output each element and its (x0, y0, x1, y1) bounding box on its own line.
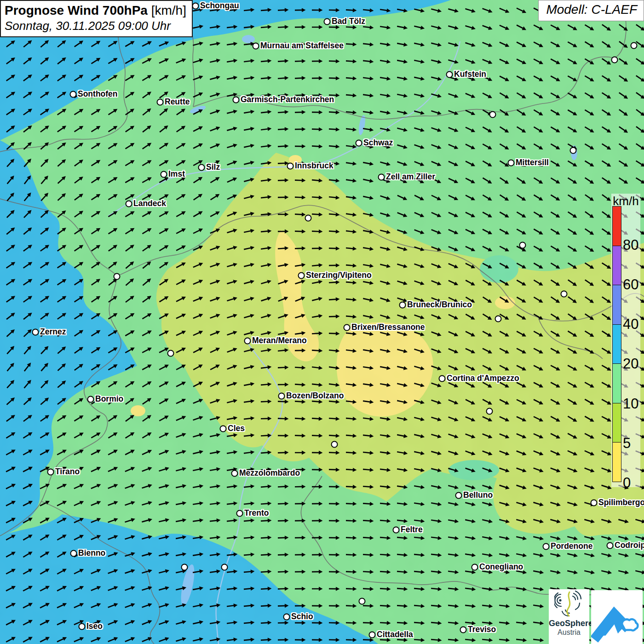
city-marker (70, 91, 77, 98)
city-marker (378, 174, 385, 181)
legend-value-80: 80 (623, 237, 638, 253)
wind-speed-legend: km/h 806040201050 (611, 194, 640, 487)
city-label: Trento (244, 508, 269, 518)
legend-color-bar (612, 206, 621, 482)
legend-value-60: 60 (623, 276, 638, 293)
city-marker (486, 408, 493, 415)
title-unit: [km/h] (148, 3, 186, 17)
city-marker (472, 564, 478, 571)
city-marker (181, 564, 188, 571)
city-marker (446, 71, 453, 78)
city-marker (591, 500, 598, 506)
city-marker (161, 171, 167, 178)
city-marker (489, 111, 496, 118)
city-marker (324, 18, 331, 25)
legend-value-10: 10 (623, 396, 638, 412)
city-label: Bozen/Bolzano (286, 391, 344, 401)
city-label: Reutte (165, 97, 190, 107)
city-marker (221, 564, 228, 571)
city-label: Bad Tölz (332, 17, 365, 26)
city-label: Murnau am Staffelsee (260, 41, 344, 51)
city-label: Spilimbergo (598, 498, 644, 507)
city-label: Zernez (40, 327, 66, 337)
forecast-datetime: Sonntag, 30.11.2025 09:00 Uhr (5, 19, 186, 33)
city-label: Treviso (468, 625, 496, 634)
legend-segment-10 (613, 363, 621, 403)
geosphere-name: GeoSphere (549, 619, 589, 628)
city-marker (87, 396, 94, 403)
city-label: Sterzing/Vipiteno (306, 270, 372, 280)
city-label: Brixen/Bressanone (351, 322, 425, 332)
city-marker (607, 542, 614, 549)
city-label: Imst (168, 169, 185, 179)
legend-segment-20 (613, 324, 621, 364)
city-label: Schwaz (363, 138, 393, 148)
city-label: Landeck (133, 199, 166, 208)
city-marker (543, 543, 550, 550)
city-marker (126, 201, 132, 207)
city-label: Innsbruck (295, 161, 334, 171)
city-marker (32, 329, 39, 336)
city-marker (192, 3, 199, 10)
city-label: Cittadella (377, 630, 413, 639)
city-marker (393, 527, 400, 534)
city-label: Mezzolombardo (239, 468, 300, 478)
city-marker (198, 164, 205, 171)
city-label: Bruneck/Brunico (407, 300, 472, 310)
city-label: Belluno (463, 490, 493, 500)
legend-value-5: 5 (623, 435, 631, 452)
city-marker (79, 623, 86, 630)
city-marker (460, 627, 467, 633)
legend-value-0: 0 (623, 475, 631, 491)
city-marker (47, 469, 54, 476)
city-label: Kufstein (454, 69, 486, 79)
legend-value-40: 40 (623, 316, 638, 333)
forecast-title: Prognose Wind 700hPa [km/h] (5, 3, 186, 18)
city-label: Schio (291, 612, 313, 621)
city-marker (519, 242, 526, 249)
city-marker (236, 510, 243, 517)
legend-segment-60 (613, 246, 621, 285)
city-marker (439, 375, 446, 382)
geosphere-contour-icon (554, 589, 584, 618)
city-marker (253, 43, 259, 50)
city-marker (455, 492, 462, 499)
city-label: Schongau (200, 1, 239, 11)
city-marker (231, 470, 238, 477)
legend-segment-40 (613, 285, 621, 324)
geosphere-country: Austria (549, 628, 589, 637)
city-marker (495, 316, 502, 322)
city-label: Tirano (55, 467, 80, 477)
legend-value-20: 20 (623, 356, 638, 373)
city-marker (359, 598, 366, 605)
city-marker (298, 272, 305, 279)
city-marker (244, 338, 251, 345)
city-label: Zell am Ziller (386, 172, 435, 182)
city-marker (508, 160, 515, 167)
forecast-title-box: Prognose Wind 700hPa [km/h] Sonntag, 30.… (0, 0, 193, 37)
city-marker (287, 163, 294, 170)
city-marker (356, 140, 362, 147)
city-marker (305, 215, 312, 222)
legend-segment-80 (613, 207, 621, 246)
weather-map-stage: KemptenSchongauBad TölzMurnau am Staffel… (0, 0, 644, 644)
city-marker (331, 441, 338, 448)
city-label: Cles (228, 424, 245, 433)
legend-segment-5 (613, 403, 621, 443)
city-label: Sonthofen (78, 89, 118, 99)
city-marker (561, 291, 568, 298)
city-label: Pordenone (551, 541, 592, 551)
city-marker (167, 350, 174, 357)
legend-segment-0 (613, 442, 621, 482)
city-label: Feltre (401, 525, 423, 535)
mountain-cloud-logo-box (591, 590, 643, 644)
city-marker (157, 99, 164, 106)
city-label: Cortina d'Ampezzo (447, 374, 519, 383)
lake (242, 35, 255, 43)
city-marker (570, 147, 577, 154)
city-marker (631, 42, 638, 49)
city-label: Silz (206, 162, 220, 172)
city-marker (233, 97, 240, 104)
title-parameter: Prognose Wind 700hPa (5, 3, 148, 17)
city-marker (369, 632, 376, 638)
